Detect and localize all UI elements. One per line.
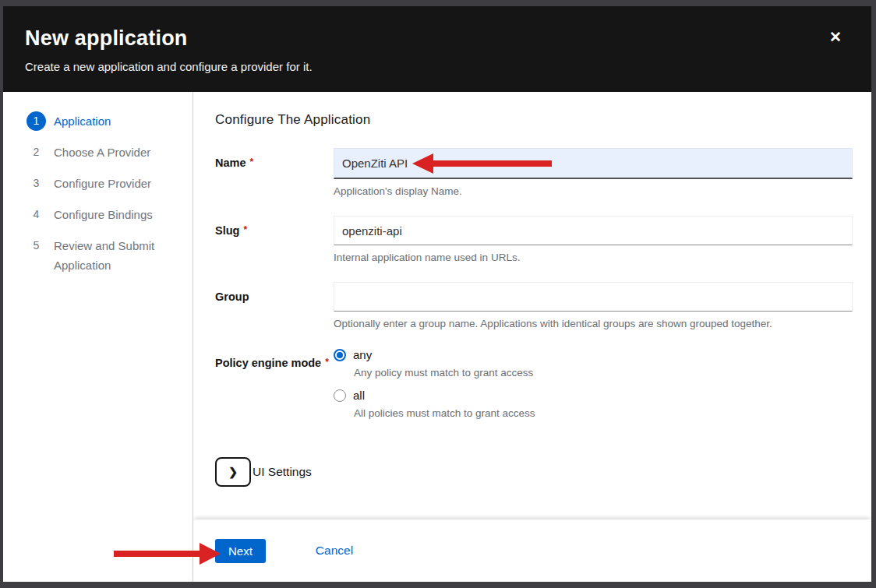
step-configure-bindings[interactable]: 4 Configure Bindings [26,205,182,224]
name-input[interactable] [334,148,853,179]
step-number-badge: 2 [26,143,46,162]
policy-engine-mode-row: Policy engine mode* any Any policy must … [215,348,853,429]
slug-field-row: Slug* Internal application name used in … [215,216,853,263]
wizard-main: Configure The Application Name* Applicat… [193,92,871,582]
step-label: Configure Bindings [54,205,153,224]
step-number-badge: 4 [26,205,46,224]
step-number-badge: 5 [26,236,46,255]
step-label: Configure Provider [54,174,151,193]
name-field-row: Name* Application's display Name. [215,148,853,197]
modal-header: New application Create a new application… [3,6,871,92]
name-help-text: Application's display Name. [334,185,853,197]
policy-mode-all-radio[interactable]: all [334,389,853,402]
modal-subtitle: Create a new application and configure a… [25,60,850,73]
modal-body: 1 Application 2 Choose A Provider 3 Conf… [3,92,871,582]
chevron-right-icon: ❯ [228,466,238,478]
step-label: Choose A Provider [54,143,150,162]
ui-settings-toggle-button[interactable]: ❯ [215,457,251,487]
slug-help-text: Internal application name used in URLs. [334,252,853,263]
page-backdrop: New application Create a new application… [0,0,876,588]
group-help-text: Optionally enter a group name. Applicati… [334,318,853,329]
step-number-badge: 1 [26,111,46,131]
step-application[interactable]: 1 Application [26,111,182,131]
name-label: Name* [215,148,334,197]
next-button[interactable]: Next [215,539,266,563]
required-asterisk: * [250,157,254,167]
close-icon[interactable]: ✕ [829,30,842,44]
radio-icon [334,349,346,361]
step-label: Application [54,111,111,131]
group-field-row: Group Optionally enter a group name. App… [215,282,853,329]
step-choose-provider[interactable]: 2 Choose A Provider [26,143,182,162]
radio-icon [334,389,346,402]
wizard-content: Configure The Application Name* Applicat… [193,92,871,519]
group-input[interactable] [334,282,853,312]
wizard-steps-sidebar: 1 Application 2 Choose A Provider 3 Conf… [3,92,193,582]
modal-title: New application [25,26,850,51]
ui-settings-label: UI Settings [253,465,312,479]
policy-engine-mode-label: Policy engine mode* [215,348,334,429]
step-configure-provider[interactable]: 3 Configure Provider [26,174,182,193]
slug-label: Slug* [215,216,334,263]
wizard-footer: Next Cancel [193,519,871,582]
slug-input[interactable] [334,216,853,245]
group-label: Group [215,282,334,329]
page-title: Configure The Application [215,112,853,128]
step-number-badge: 3 [26,174,46,193]
cancel-link[interactable]: Cancel [316,544,353,558]
step-label: Review and Submit Application [54,236,182,275]
policy-mode-any-radio[interactable]: any [334,348,853,361]
step-review-submit[interactable]: 5 Review and Submit Application [26,236,182,275]
new-application-modal: New application Create a new application… [3,6,871,582]
policy-any-help-text: Any policy must match to grant access [354,367,853,379]
required-asterisk: * [243,224,247,235]
ui-settings-expander: ❯ UI Settings [215,457,853,487]
required-asterisk: * [325,357,329,368]
policy-all-help-text: All policies must match to grant access [354,407,853,419]
